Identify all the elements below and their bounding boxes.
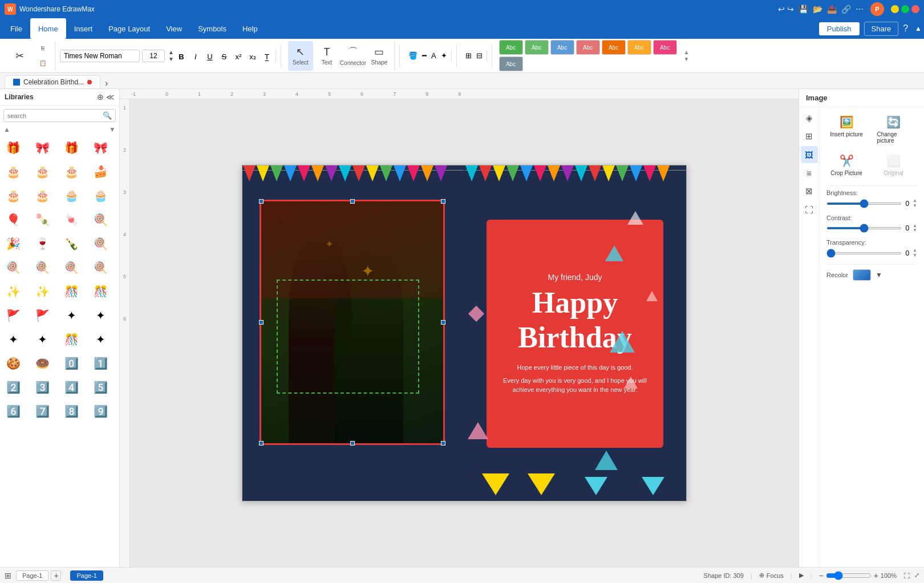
library-item-17[interactable]: 🍷 [31,233,53,254]
library-item-46[interactable]: 8️⃣ [61,400,83,422]
library-item-34[interactable]: 🎊 [61,329,83,350]
style-swatch-5[interactable]: Abc [627,40,651,55]
menu-symbols[interactable]: Symbols [190,18,234,39]
superscript-button[interactable]: x² [232,50,245,63]
play-button[interactable]: ▶ [799,572,804,579]
paste-button[interactable]: 📋 [33,56,52,70]
contrast-down[interactable]: ▼ [913,228,917,233]
recolor-dropdown-button[interactable]: ▼ [876,271,882,279]
library-item-29[interactable]: 🚩 [31,305,53,326]
add-page-button[interactable]: + [51,570,61,581]
font-name-input[interactable] [60,50,140,62]
library-item-4[interactable]: 🎂 [2,161,24,183]
save-button[interactable]: 💾 [799,5,808,14]
bold-button[interactable]: B [175,50,188,63]
library-item-11[interactable]: 🧁 [90,185,112,207]
brightness-down[interactable]: ▼ [913,204,917,209]
library-item-6[interactable]: 🎂 [61,161,83,183]
zoom-slider[interactable] [826,571,872,580]
library-item-0[interactable]: 🎁 [2,137,24,159]
handle-w[interactable] [259,320,264,325]
library-item-27[interactable]: 🎊 [90,281,112,302]
subscript-button[interactable]: x₂ [246,50,259,63]
layers-panel-icon[interactable]: ≡ [801,164,818,181]
library-item-40[interactable]: 2️⃣ [2,376,24,398]
style-swatch-2[interactable]: Abc [550,40,574,55]
library-collapse-button[interactable]: ≪ [106,92,115,102]
library-item-42[interactable]: 4️⃣ [61,376,83,398]
focus-label[interactable]: Focus [767,572,784,579]
style-swatch-6[interactable]: Abc [653,40,677,55]
fit-page-button[interactable]: ⛶ [903,572,910,579]
library-item-23[interactable]: 🍭 [90,257,112,278]
swatch-scroll[interactable]: ▲ ▼ [684,49,690,63]
zoom-in-button[interactable]: + [874,571,878,580]
share-button[interactable]: Share [864,22,899,36]
library-item-37[interactable]: 🍩 [31,353,53,374]
style-swatch-7[interactable]: Abc [499,56,523,71]
layout-panel-icon[interactable]: ⊞ [801,128,818,145]
library-item-8[interactable]: 🎂 [2,185,24,207]
style-swatch-0[interactable]: Abc [499,40,523,55]
library-item-13[interactable]: 🍡 [31,209,53,230]
library-item-31[interactable]: ✦ [90,305,112,326]
text-tool-button[interactable]: T Text [314,41,339,71]
select-tool-button[interactable]: ↖ Select [288,41,313,71]
search-input[interactable] [7,112,103,119]
fill-color-button[interactable]: 🪣 [407,50,419,62]
transparency-slider[interactable] [826,252,902,254]
line-style-button[interactable]: ━ [420,50,428,62]
undo-button[interactable]: ↩ [778,5,785,14]
library-item-5[interactable]: 🎂 [31,161,53,183]
collapse-ribbon-button[interactable]: ▲ [915,25,922,33]
birthday-card[interactable]: ✦ ✦ [242,165,687,501]
underline-button[interactable]: U [204,50,216,63]
publish-button[interactable]: Publish [819,22,860,35]
menu-help[interactable]: Help [234,18,266,39]
crop-picture-button[interactable]: ✂️ Crop Picture [826,151,866,180]
library-item-33[interactable]: ✦ [31,329,53,350]
library-item-39[interactable]: 1️⃣ [90,353,112,374]
contrast-slider[interactable] [826,227,902,229]
library-add-button[interactable]: ⊕ [97,92,104,102]
library-item-32[interactable]: ✦ [2,329,24,350]
library-item-26[interactable]: 🎊 [61,281,83,302]
expand-panel-button[interactable]: › [105,78,108,88]
open-button[interactable]: 📂 [813,5,822,14]
image-panel-icon[interactable]: 🖼 [801,146,818,163]
redo-button[interactable]: ↪ [787,5,794,14]
library-item-45[interactable]: 7️⃣ [31,400,53,422]
copy-button[interactable]: ⎘ [33,42,52,55]
style-panel-icon[interactable]: ◈ [801,110,818,127]
menu-insert[interactable]: Insert [66,18,101,39]
style-swatch-3[interactable]: Abc [576,40,600,55]
library-item-28[interactable]: 🚩 [2,305,24,326]
handle-n[interactable] [350,199,355,204]
recolor-preview[interactable] [853,269,871,281]
close-button[interactable] [911,5,919,13]
library-item-35[interactable]: ✦ [90,329,112,350]
fullscreen-button[interactable]: ⤢ [914,572,919,579]
change-picture-button[interactable]: 🔄 Change picture [874,112,914,147]
library-item-9[interactable]: 🎂 [31,185,53,207]
text-shadow-button[interactable]: T̲ [261,50,273,63]
library-item-43[interactable]: 5️⃣ [90,376,112,398]
insert-picture-button[interactable]: 🖼️ Insert picture [826,112,866,147]
style-swatch-1[interactable]: Abc [525,40,549,55]
page-manager-icon[interactable]: ⊞ [5,571,11,580]
canvas-viewport[interactable]: ✦ ✦ [130,99,799,567]
font-size-increase[interactable]: ▲ [168,49,174,55]
profile-button[interactable]: P [870,2,884,16]
library-item-36[interactable]: 🍪 [2,353,24,374]
page-tab-page1[interactable]: Page-1 [16,570,48,581]
handle-sw[interactable] [259,441,264,446]
library-item-24[interactable]: ✨ [2,281,24,302]
library-item-15[interactable]: 🍭 [90,209,112,230]
share-quick-button[interactable]: 🔗 [841,5,851,14]
strikethrough-button[interactable]: S [218,50,230,63]
library-item-30[interactable]: ✦ [61,305,83,326]
library-item-47[interactable]: 9️⃣ [90,400,112,422]
size-panel-icon[interactable]: ⛶ [801,201,818,218]
magic-button[interactable]: ✦ [439,50,449,62]
menu-file[interactable]: File [2,18,30,39]
